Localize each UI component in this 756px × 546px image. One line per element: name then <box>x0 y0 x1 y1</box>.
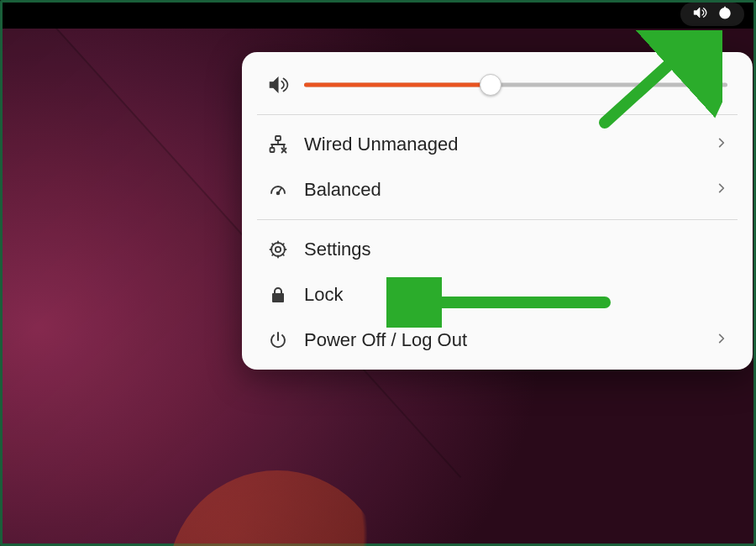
chevron-right-icon <box>716 137 727 152</box>
speedometer-icon <box>267 179 289 201</box>
gear-icon <box>267 239 289 260</box>
menu-item-label: Wired Unmanaged <box>304 134 701 155</box>
menu-item-label: Lock <box>304 284 727 306</box>
svg-line-18 <box>272 244 273 244</box>
menu-item-label: Settings <box>304 239 727 260</box>
popover-caret <box>694 42 716 53</box>
power-icon <box>267 329 289 351</box>
lock-icon <box>267 284 289 306</box>
menu-item-label: Balanced <box>304 179 701 201</box>
power-off-menu-item[interactable]: Power Off / Log Out <box>242 318 753 363</box>
top-bar <box>0 0 756 29</box>
svg-line-21 <box>282 244 283 244</box>
system-status-area[interactable] <box>680 3 744 26</box>
svg-point-11 <box>277 192 280 195</box>
slider-thumb[interactable] <box>480 74 501 96</box>
volume-row <box>242 66 753 111</box>
settings-menu-item[interactable]: Settings <box>242 227 753 272</box>
svg-line-19 <box>282 254 283 255</box>
network-menu-item[interactable]: Wired Unmanaged <box>242 122 753 167</box>
chevron-right-icon <box>716 182 727 197</box>
svg-point-13 <box>276 247 281 252</box>
menu-item-label: Power Off / Log Out <box>304 329 701 351</box>
menu-section-actions: Settings Lock Power Off / Log Out <box>242 223 753 366</box>
power-icon <box>717 5 732 24</box>
menu-section-status: Wired Unmanaged Balanced <box>242 118 753 216</box>
volume-slider[interactable] <box>304 75 727 95</box>
svg-rect-6 <box>270 148 275 152</box>
chevron-right-icon <box>716 333 727 348</box>
menu-divider <box>257 114 738 115</box>
menu-divider <box>257 219 738 220</box>
slider-fill <box>304 83 491 87</box>
wired-network-disconnected-icon <box>267 134 289 155</box>
volume-icon <box>267 74 289 96</box>
svg-line-20 <box>272 254 273 255</box>
desktop-wallpaper: Wired Unmanaged Balanced <box>0 0 756 546</box>
lock-menu-item[interactable]: Lock <box>242 272 753 318</box>
system-menu-popover: Wired Unmanaged Balanced <box>242 52 753 370</box>
volume-icon <box>692 5 707 24</box>
power-mode-menu-item[interactable]: Balanced <box>242 167 753 213</box>
